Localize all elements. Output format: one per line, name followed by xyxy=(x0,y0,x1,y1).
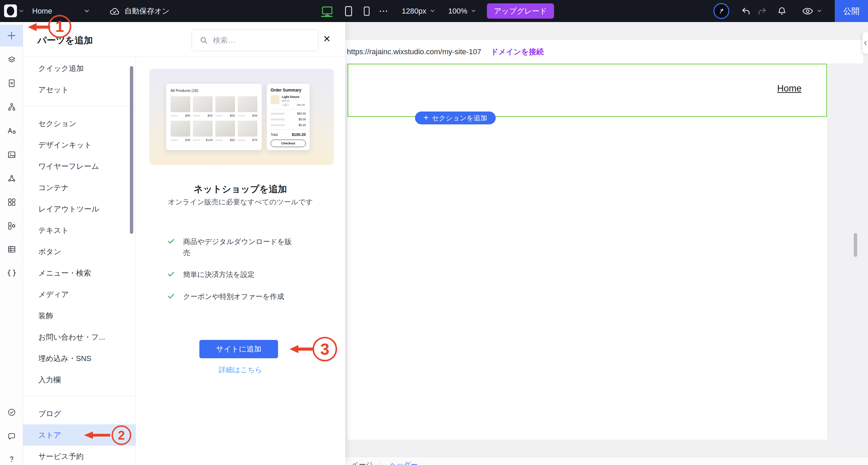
editor-canvas: https://rajainc.wixstudio.com/my-site-10… xyxy=(345,22,868,465)
category-text[interactable]: テキスト xyxy=(23,220,136,241)
table-icon xyxy=(7,245,16,254)
order-line: $90.00 xyxy=(271,112,306,115)
plus-icon: + xyxy=(424,114,429,122)
code-braces-icon xyxy=(7,268,17,278)
dev-mode-button[interactable] xyxy=(0,265,23,281)
add-elements-button-active[interactable] xyxy=(0,25,23,46)
left-toolbar xyxy=(0,22,23,465)
store-feature-list: 商品やデジタルダウンロードを販売 簡単に決済方法を設定 クーポンや特別オファーを… xyxy=(167,236,313,302)
page-selector[interactable]: Home xyxy=(32,0,89,22)
site-url-bar: https://rajainc.wixstudio.com/my-site-10… xyxy=(345,40,863,63)
category-sections[interactable]: セクション xyxy=(23,113,136,134)
search-icon xyxy=(199,36,208,45)
check-circle-icon xyxy=(7,408,16,417)
breadcrumb-separator: 〉 xyxy=(379,460,386,465)
site-nav-home-link[interactable]: Home xyxy=(777,83,802,94)
category-layout-tools[interactable]: レイアウトツール xyxy=(23,198,136,220)
add-section-button[interactable]: + セクションを追加 xyxy=(415,112,496,124)
canvas-vertical-scrollbar[interactable] xyxy=(854,233,857,257)
plus-icon xyxy=(6,30,17,41)
connect-domain-link[interactable]: ドメインを接続 xyxy=(491,47,544,57)
redo-button[interactable] xyxy=(757,0,768,22)
apps-button[interactable] xyxy=(0,194,23,210)
category-store-active[interactable]: ストア xyxy=(23,424,136,446)
preview-button[interactable] xyxy=(802,0,822,22)
category-embed-sns[interactable]: 埋め込み・SNS xyxy=(23,348,136,369)
site-logo-menu[interactable] xyxy=(4,4,17,17)
category-design-kit[interactable]: デザインキット xyxy=(23,134,136,156)
notifications-button[interactable] xyxy=(776,0,787,22)
zoom-select[interactable]: 100% xyxy=(448,0,476,22)
site-url: https://rajainc.wixstudio.com/my-site-10… xyxy=(347,47,481,56)
media-button[interactable] xyxy=(0,147,23,162)
category-menu-search[interactable]: メニュー・検索 xyxy=(23,262,136,284)
chevron-down-icon xyxy=(430,9,435,13)
current-page-label: Home xyxy=(32,7,52,16)
add-to-site-button[interactable]: サイトに追加 xyxy=(199,340,278,358)
upgrade-button[interactable]: アップグレード xyxy=(487,3,554,19)
category-list-scrollbar[interactable] xyxy=(130,66,133,234)
chevron-down-icon xyxy=(471,9,476,13)
content-manager-button[interactable] xyxy=(0,241,23,257)
learn-more-link[interactable]: 詳細はこちら xyxy=(136,365,345,375)
breadcrumb-header[interactable]: ヘッダー xyxy=(390,460,417,465)
cms-connections-button[interactable] xyxy=(0,170,23,186)
app-market-button[interactable] xyxy=(0,218,23,234)
breadcrumb-page[interactable]: ページ xyxy=(352,460,373,465)
more-breakpoints-button[interactable] xyxy=(380,0,387,22)
sitemap-button[interactable] xyxy=(0,99,23,115)
close-panel-button[interactable]: ✕ xyxy=(321,33,333,45)
search-box[interactable] xyxy=(192,29,318,51)
category-assets[interactable]: アセット xyxy=(23,79,136,100)
category-bookings[interactable]: サービス予約 xyxy=(23,446,136,465)
help-button[interactable] xyxy=(0,451,23,465)
product-tile: $39 xyxy=(171,121,190,142)
zoom-value: 100% xyxy=(448,7,467,16)
page-body-section[interactable] xyxy=(348,117,827,440)
category-button[interactable]: ボタン xyxy=(23,241,136,262)
site-styles-button[interactable] xyxy=(0,123,23,138)
breakpoint-mobile-button[interactable] xyxy=(363,0,370,22)
category-blog[interactable]: ブログ xyxy=(23,403,136,424)
layers-button[interactable] xyxy=(0,52,23,67)
quantity-pill: 1 xyxy=(282,103,289,106)
layers-icon xyxy=(7,55,16,64)
right-panel-collapse-tab[interactable] xyxy=(863,32,868,54)
category-group-divider xyxy=(23,390,136,403)
header-section-selected[interactable]: Home xyxy=(348,64,827,117)
autosave-label: 自動保存オン xyxy=(124,6,170,16)
pages-button[interactable] xyxy=(0,75,23,91)
store-feature-subtitle: オンライン販売に必要なすべてのツールです xyxy=(136,197,345,207)
breakpoint-desktop-button[interactable] xyxy=(321,0,334,22)
publish-button[interactable]: 公開 xyxy=(835,0,868,22)
wix-studio-editor: Home 自動保存オン 1280px 100% アップグレード xyxy=(0,0,868,465)
comments-button[interactable] xyxy=(0,428,23,444)
category-group-divider xyxy=(23,100,136,113)
category-list: クイック追加 アセット セクション デザインキット ワイヤーフレーム コンテナ … xyxy=(23,58,136,465)
panel-column-divider xyxy=(136,57,136,465)
search-input[interactable] xyxy=(213,36,308,45)
check-icon xyxy=(167,292,175,300)
mobile-icon xyxy=(363,6,370,16)
category-decorative[interactable]: 装飾 xyxy=(23,305,136,326)
tasks-button[interactable] xyxy=(0,404,23,420)
category-input[interactable]: 入力欄 xyxy=(23,369,136,390)
autosave-status[interactable]: 自動保存オン xyxy=(109,0,170,22)
breakpoint-width-select[interactable]: 1280px xyxy=(402,0,435,22)
product-tile: $45 xyxy=(193,96,213,117)
breakpoint-width-value: 1280px xyxy=(402,7,426,16)
undo-button[interactable] xyxy=(741,0,751,22)
breakpoint-tablet-button[interactable] xyxy=(344,0,353,22)
category-contact-forms[interactable]: お問い合わせ・フ... xyxy=(23,326,136,348)
account-avatar[interactable] xyxy=(713,3,729,19)
category-quick-add[interactable]: クイック追加 xyxy=(23,58,136,79)
category-container[interactable]: コンテナ xyxy=(23,177,136,198)
store-preview-illustration: All Products (18) $99 $45 $60 $49 $39 $1… xyxy=(149,69,334,165)
product-tile: $129 xyxy=(193,121,213,142)
logo-chevron-down-icon[interactable] xyxy=(19,9,24,13)
chevron-down-icon xyxy=(817,9,822,13)
chevron-down-icon xyxy=(84,9,89,13)
category-media[interactable]: メディア xyxy=(23,284,136,305)
feature-item: 簡単に決済方法を設定 xyxy=(167,269,313,280)
category-wireframe[interactable]: ワイヤーフレーム xyxy=(23,156,136,177)
